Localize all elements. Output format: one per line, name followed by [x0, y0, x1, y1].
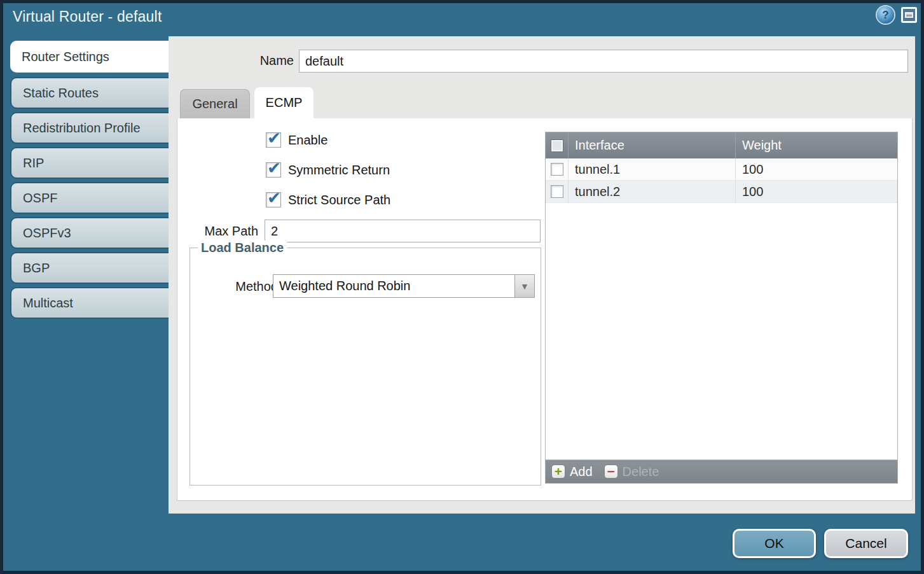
table-header-row: Interface Weight	[546, 132, 897, 158]
row-checkbox[interactable]	[551, 163, 563, 176]
ok-button-label: OK	[764, 536, 783, 551]
delete-button[interactable]: − Delete	[604, 465, 659, 479]
window-glyph	[905, 12, 913, 18]
name-label: Name	[242, 53, 294, 68]
select-all-checkbox[interactable]	[551, 139, 563, 152]
tab-general[interactable]: General	[180, 89, 250, 118]
add-button-label: Add	[570, 465, 593, 479]
sidebar-item-label: Redistribution Profile	[23, 121, 141, 136]
sidebar-item-redistribution-profile[interactable]: Redistribution Profile	[10, 112, 169, 144]
strict-source-path-label: Strict Source Path	[288, 193, 390, 207]
tab-ecmp[interactable]: ECMP	[254, 87, 314, 118]
dropdown-arrow-button[interactable]: ▼	[514, 275, 534, 297]
enable-checkbox-row: ✔ Enable	[266, 132, 328, 148]
method-dropdown[interactable]: Weighted Round Robin ▼	[273, 274, 535, 298]
sidebar-item-label: BGP	[23, 261, 50, 276]
chevron-down-icon: ▼	[520, 281, 529, 291]
method-selected-value: Weighted Round Robin	[273, 275, 514, 297]
sidebar-item-label: Multicast	[23, 296, 73, 311]
sidebar-item-label: Router Settings	[22, 50, 109, 64]
max-path-label: Max Path	[190, 224, 258, 239]
sidebar-item-label: OSPFv3	[23, 226, 71, 241]
cancel-button-label: Cancel	[845, 536, 886, 551]
sidebar-item-label: OSPF	[23, 191, 57, 206]
checkmark-icon: ✔	[267, 188, 281, 208]
sidebar-item-multicast[interactable]: Multicast	[10, 287, 169, 319]
row-checkbox-cell	[546, 181, 569, 203]
cancel-button[interactable]: Cancel	[824, 529, 908, 558]
name-input[interactable]	[299, 50, 908, 73]
sidebar-item-ospf[interactable]: OSPF	[10, 182, 169, 214]
enable-checkbox[interactable]: ✔	[266, 132, 281, 148]
strict-source-path-checkbox-row: ✔ Strict Source Path	[266, 192, 390, 207]
sidebar-item-label: RIP	[23, 156, 44, 171]
checkmark-icon: ✔	[267, 158, 281, 178]
strict-source-path-checkbox[interactable]: ✔	[266, 192, 281, 207]
sidebar-item-ospfv3[interactable]: OSPFv3	[10, 217, 169, 249]
load-balance-legend: Load Balance	[198, 241, 287, 255]
interface-weight-table: Interface Weight tunnel.1 100 tunnel.2 1…	[545, 132, 898, 484]
dialog-title: Virtual Router - default	[13, 8, 162, 25]
ecmp-tab-panel: ✔ Enable ✔ Symmetric Return ✔ Strict Sou…	[177, 118, 913, 501]
row-checkbox[interactable]	[551, 185, 563, 198]
table-row[interactable]: tunnel.2 100	[546, 181, 897, 203]
delete-button-label: Delete	[623, 465, 659, 479]
method-label: Method	[216, 279, 278, 294]
row-checkbox-cell	[546, 158, 569, 181]
symmetric-return-checkbox[interactable]: ✔	[266, 162, 281, 178]
sidebar-item-label: Static Routes	[23, 86, 99, 101]
symmetric-return-label: Symmetric Return	[288, 163, 390, 178]
add-button[interactable]: + Add	[551, 465, 593, 479]
weight-cell: 100	[736, 158, 897, 181]
enable-label: Enable	[288, 133, 328, 148]
table-toolbar: + Add − Delete	[546, 459, 897, 483]
sidebar-item-bgp[interactable]: BGP	[10, 252, 169, 284]
help-icon[interactable]: ?	[877, 6, 894, 24]
header-select-all-cell	[546, 132, 569, 158]
table-row[interactable]: tunnel.1 100	[546, 158, 897, 181]
tab-label: ECMP	[266, 95, 303, 110]
checkmark-icon: ✔	[267, 129, 281, 148]
question-mark-glyph: ?	[882, 9, 888, 22]
symmetric-return-checkbox-row: ✔ Symmetric Return	[266, 162, 390, 178]
interface-cell: tunnel.1	[569, 158, 736, 181]
virtual-router-dialog: Virtual Router - default ? Router Settin…	[0, 0, 924, 574]
weight-cell: 100	[736, 181, 897, 203]
sidebar-item-router-settings[interactable]: Router Settings	[10, 41, 169, 73]
tab-label: General	[192, 97, 237, 111]
sidebar-item-rip[interactable]: RIP	[10, 147, 169, 179]
ok-button[interactable]: OK	[733, 529, 816, 558]
max-path-input[interactable]	[265, 220, 541, 242]
header-weight: Weight	[736, 132, 897, 158]
restore-window-icon[interactable]	[901, 7, 917, 23]
sidebar-item-static-routes[interactable]: Static Routes	[10, 77, 169, 109]
header-interface: Interface	[569, 132, 736, 158]
plus-icon: +	[551, 465, 565, 479]
load-balance-fieldset: Load Balance Method Weighted Round Robin…	[190, 248, 541, 486]
minus-icon: −	[604, 465, 618, 479]
interface-cell: tunnel.2	[569, 181, 736, 203]
